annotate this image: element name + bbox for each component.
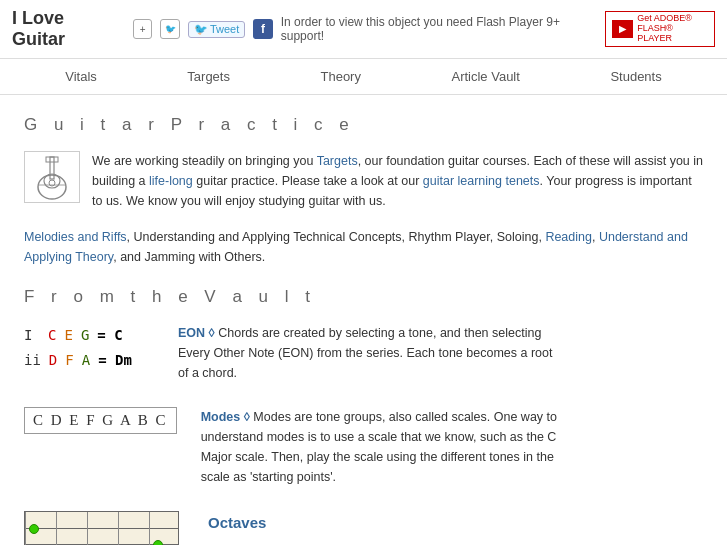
string-1 <box>25 528 178 529</box>
flash-icon: ▶ <box>612 20 633 38</box>
flash-badge[interactable]: ▶ Get ADOBE® FLASH® PLAYER <box>605 11 715 47</box>
chord-result-C: = C <box>97 323 122 348</box>
octaves-title-link[interactable]: Octaves <box>208 511 588 535</box>
note-C: C <box>48 323 56 348</box>
site-title: I Love Guitar <box>12 8 119 50</box>
fret-0 <box>25 512 26 545</box>
note-E: E <box>64 323 72 348</box>
note-D: D <box>49 348 57 373</box>
flash-badge-text: Get ADOBE® FLASH® PLAYER <box>637 14 708 44</box>
chord-grid: I C E G = C ii D F A = Dm <box>24 323 154 373</box>
eon-title-link[interactable]: EON ◊ <box>178 326 215 340</box>
flash-notice: In order to view this object you need Fl… <box>281 11 715 47</box>
tweet-label: Tweet <box>210 23 239 35</box>
fret-dot-6 <box>153 540 163 545</box>
tweet-icon: 🐦 <box>194 23 208 36</box>
flash-notice-text: In order to view this object you need Fl… <box>281 15 597 43</box>
main-content: G u i t a r P r a c t i c e We are worki… <box>0 95 727 545</box>
guitar-svg <box>26 153 78 201</box>
fret-1 <box>56 512 57 545</box>
svg-rect-3 <box>46 157 58 162</box>
targets-link[interactable]: Targets <box>317 154 358 168</box>
note-F: F <box>65 348 73 373</box>
intro-box: We are working steadily on bringing you … <box>24 151 703 211</box>
lifelong-link[interactable]: life-long <box>149 174 193 188</box>
tenets-link[interactable]: guitar learning tenets <box>423 174 540 188</box>
social-icon[interactable]: 🐦 <box>160 19 180 39</box>
chord-label-I: I <box>24 323 40 348</box>
fretboard-container: 2 frets 3 frets 2 frets 2 frets <box>24 511 184 545</box>
nav-theory[interactable]: Theory <box>320 69 360 84</box>
nav-targets[interactable]: Targets <box>187 69 230 84</box>
octaves-description: Octaves Guitar octaves are a very effect… <box>208 511 588 545</box>
fretboard <box>24 511 179 545</box>
intro-paragraph: We are working steadily on bringing you … <box>92 151 703 211</box>
chord-row-2: ii D F A = Dm <box>24 348 154 373</box>
guitar-image <box>24 151 80 203</box>
reading-link[interactable]: Reading <box>545 230 592 244</box>
note-A: A <box>82 348 90 373</box>
fret-2 <box>87 512 88 545</box>
melodies-link[interactable]: Melodies and Riffs <box>24 230 127 244</box>
guitar-practice-title: G u i t a r P r a c t i c e <box>24 115 703 135</box>
main-nav: Vitals Targets Theory Article Vault Stud… <box>0 59 727 95</box>
links-line: Melodies and Riffs, Understanding and Ap… <box>24 227 703 267</box>
vault-section: F r o m t h e V a u l t I C E G = C ii D… <box>24 287 703 545</box>
modes-description: Modes ◊ Modes are tone groups, also call… <box>201 407 581 487</box>
eon-section: I C E G = C ii D F A = Dm EON ◊ Chords a… <box>24 323 703 383</box>
nav-article-vault[interactable]: Article Vault <box>451 69 519 84</box>
fret-dot-1 <box>29 524 39 534</box>
octaves-section: 2 frets 3 frets 2 frets 2 frets Octaves … <box>24 511 703 545</box>
modes-scale-box: C D E F G A B C <box>24 407 177 434</box>
nav-students[interactable]: Students <box>610 69 661 84</box>
header: I Love Guitar + 🐦 🐦 Tweet f In order to … <box>0 0 727 59</box>
facebook-button[interactable]: f <box>253 19 272 39</box>
modes-title-link[interactable]: Modes ◊ <box>201 410 250 424</box>
modes-section: C D E F G A B C Modes ◊ Modes are tone g… <box>24 407 703 487</box>
chord-row-1: I C E G = C <box>24 323 154 348</box>
eon-description: EON ◊ Chords are created by selecting a … <box>178 323 558 383</box>
fret-3 <box>118 512 119 545</box>
fret-4 <box>149 512 150 545</box>
note-G: G <box>81 323 89 348</box>
nav-vitals[interactable]: Vitals <box>65 69 97 84</box>
tweet-button[interactable]: 🐦 Tweet <box>188 21 245 38</box>
chord-label-ii: ii <box>24 348 41 373</box>
eon-desc-text: Chords are created by selecting a tone, … <box>178 326 552 380</box>
plus-icon[interactable]: + <box>133 19 153 39</box>
modes-desc-text: Modes are tone groups, also called scale… <box>201 410 557 484</box>
vault-title: F r o m t h e V a u l t <box>24 287 703 307</box>
chord-result-Dm: = Dm <box>98 348 132 373</box>
